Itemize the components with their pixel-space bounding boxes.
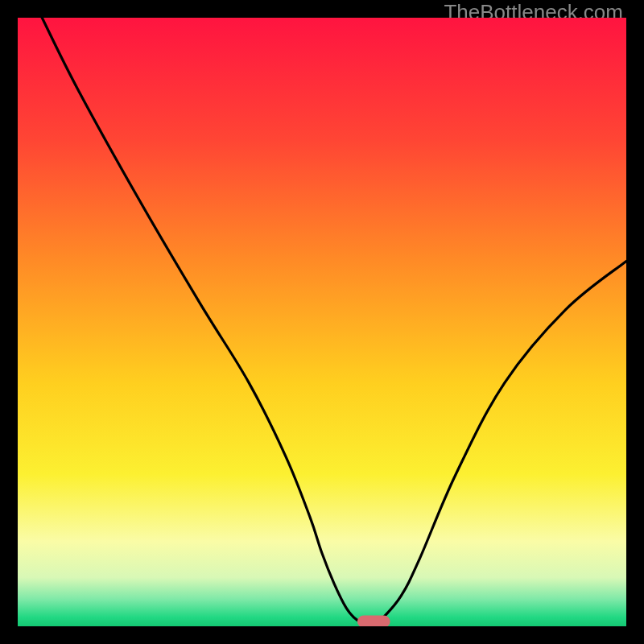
optimal-zone-pill [357, 615, 390, 626]
chart-stage: TheBottleneck.com [0, 0, 644, 644]
bottleneck-chart [18, 18, 626, 626]
gradient-background [18, 18, 626, 626]
plot-area [18, 18, 626, 626]
